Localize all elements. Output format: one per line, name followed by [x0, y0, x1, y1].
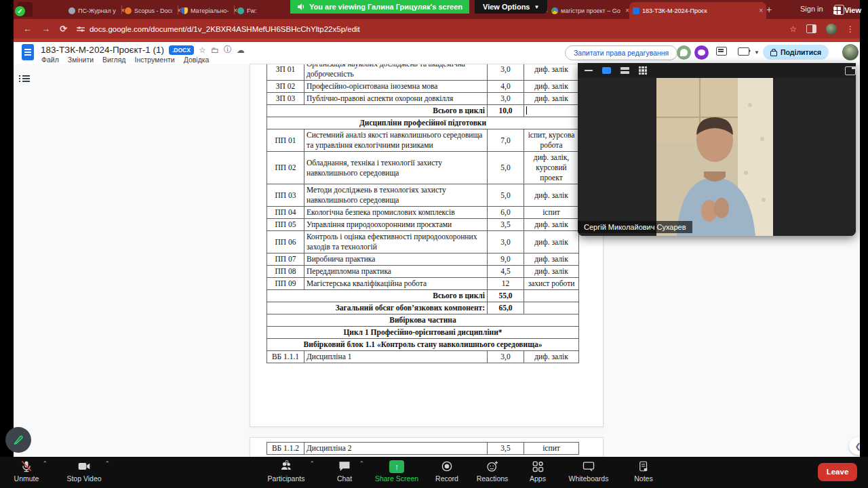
table-cell[interactable]: диф. залік	[524, 219, 579, 231]
table-cell[interactable]: ПП 09	[267, 278, 304, 290]
table-cell[interactable]: Методи досліджень в технологіях захисту …	[304, 184, 488, 207]
table-cell[interactable]: диф. залік, курсовий проект	[524, 152, 579, 184]
new-tab-button[interactable]: +	[766, 4, 772, 15]
table-cell[interactable]: 3,0	[488, 351, 524, 363]
meet-dropdown-icon[interactable]: ▼	[754, 49, 760, 56]
table-cell[interactable]: іспит, курсова робота	[524, 129, 579, 152]
side-panel-icon[interactable]	[806, 24, 816, 33]
bookmark-star-icon[interactable]: ☆	[789, 24, 797, 34]
table-cell[interactable]: Професійно-орієнтована іноземна мова	[304, 81, 488, 93]
star-icon[interactable]: ☆	[199, 45, 206, 55]
table-cell[interactable]: 3,5	[488, 219, 524, 231]
share-button[interactable]: Поділитися	[763, 45, 829, 60]
table-cell[interactable]: 12	[488, 278, 524, 290]
table-cell[interactable]: диф. залік	[524, 253, 579, 266]
table-cell[interactable]: Системний аналіз якості навколишнього се…	[304, 129, 488, 152]
toolbar-reactions-button[interactable]: Reactions	[467, 459, 517, 486]
table-cell[interactable]: ЗП 03	[267, 93, 304, 105]
url-field[interactable]: docs.google.com/document/d/1v_2KBXR4ASHM…	[77, 25, 360, 33]
google-docs-icon[interactable]	[22, 44, 34, 60]
table-cell[interactable]: Управління природоохоронними проєктами	[304, 219, 488, 231]
gallery-view-icon[interactable]	[639, 66, 647, 75]
table-cell[interactable]: 7,0	[488, 129, 524, 152]
table-cell[interactable]: 4,0	[488, 81, 524, 93]
table-cell[interactable]: ПП 07	[267, 253, 304, 266]
table-cell[interactable]	[524, 105, 579, 117]
toolbar-whiteboards-button[interactable]: Whiteboards	[557, 459, 620, 486]
table-cell[interactable]: диф. залік	[524, 351, 579, 363]
table-cell[interactable]: Публічно-правові аспекти охорони довкілл…	[304, 93, 488, 105]
table-cell[interactable]	[524, 302, 579, 314]
table-cell[interactable]: іспит	[524, 443, 579, 455]
table-cell[interactable]: ВБ 1.1.1	[267, 351, 304, 363]
strip-view-icon[interactable]	[620, 67, 629, 74]
speaker-view-icon[interactable]	[602, 67, 611, 74]
forward-icon[interactable]: →	[41, 24, 50, 34]
toolbar-share-screen-button[interactable]: ↑Share Screen	[368, 459, 425, 486]
move-folder-icon[interactable]: 🗀	[211, 45, 219, 55]
table-cell[interactable]: Екологічна безпека промислових комплексі…	[304, 207, 488, 219]
table-cell[interactable]: диф. залік	[524, 64, 579, 81]
menu-3[interactable]: Інструменти	[134, 56, 174, 64]
table-cell[interactable]: Переддипломна практика	[304, 266, 488, 278]
table-cell[interactable]: диф. залік	[524, 231, 579, 253]
table-cell[interactable]: іспит	[524, 207, 579, 219]
table-cell[interactable]: 3,0	[488, 93, 524, 105]
table-cell[interactable]: ЗП 01	[267, 64, 304, 81]
table-cell[interactable]: 3,0	[488, 231, 524, 253]
table-cell[interactable]: ЗП 02	[267, 81, 304, 93]
browser-tab[interactable]: Матеріально-технічне за×	[178, 2, 241, 19]
hide-side-panel-button[interactable]: ❮	[849, 437, 860, 455]
table-cell[interactable]: Виробнича практика	[304, 253, 488, 266]
table-cell[interactable]: Контроль і оцінка ефективності природоох…	[304, 231, 488, 253]
browser-menu-icon[interactable]: ⋮	[846, 24, 854, 34]
table-cell[interactable]: диф. залік	[524, 93, 579, 105]
table-cell[interactable]: ПП 08	[267, 266, 304, 278]
view-options-button[interactable]: View Options ▼	[475, 0, 547, 14]
zoom-view-button[interactable]: View	[829, 3, 865, 17]
pop-out-icon[interactable]	[845, 66, 856, 75]
table-cell[interactable]: Загальний обсяг обов’язкових компонент:	[267, 302, 488, 314]
cloud-status-icon[interactable]: ☁	[237, 45, 245, 55]
chevron-up-icon[interactable]: ⌃	[309, 460, 315, 467]
table-cell[interactable]: Дисципліни професійної підготовки	[267, 117, 579, 129]
table-cell[interactable]: ПП 03	[267, 184, 304, 207]
table-cell[interactable]: ПП 05	[267, 219, 304, 231]
table-cell[interactable]: Організація наукових досліджень та акаде…	[304, 64, 488, 81]
toolbar-stop-video-button[interactable]: Stop Video⌃	[58, 459, 110, 486]
menu-2[interactable]: Вигляд	[102, 56, 125, 64]
toolbar-record-button[interactable]: Record	[422, 459, 471, 486]
table-cell[interactable]: Вибіркова частина	[267, 314, 579, 327]
document-title[interactable]: 183-ТЗК-М-2024-Проєкт-1 (1)	[41, 45, 164, 55]
chevron-up-icon[interactable]: ⌃	[104, 460, 110, 467]
browser-tab[interactable]: магістри проект – Googl×	[548, 2, 633, 19]
extension-icon[interactable]	[694, 45, 709, 60]
table-cell[interactable]: 5,0	[488, 184, 524, 207]
table-cell[interactable]: 10,0	[488, 105, 524, 117]
tab-close-icon[interactable]: ×	[757, 7, 763, 14]
toolbar-chat-button[interactable]: Chat⌃	[325, 459, 364, 486]
table-cell[interactable]: захист роботи	[524, 278, 579, 290]
chevron-up-icon[interactable]: ⌃	[359, 460, 364, 467]
table-cell[interactable]: 55,0	[488, 290, 524, 302]
table-cell[interactable]: ПП 02	[267, 152, 304, 184]
table-cell[interactable]	[524, 290, 579, 302]
sign-in-link[interactable]: Sign in	[800, 5, 823, 13]
outline-icon[interactable]	[19, 74, 30, 83]
account-avatar[interactable]	[842, 44, 859, 60]
table-cell[interactable]: диф. залік	[524, 266, 579, 278]
table-cell[interactable]: диф. залік	[524, 184, 579, 207]
tab-close-icon[interactable]: ×	[623, 7, 629, 14]
toolbar-participants-button[interactable]: 9Participants⌃	[258, 459, 315, 486]
browser-tab[interactable]: Fw:×	[234, 2, 297, 19]
comments-icon[interactable]	[716, 47, 727, 56]
table-cell[interactable]: ВБ 1.1.2	[267, 443, 304, 455]
browser-profile-avatar[interactable]	[826, 24, 837, 35]
request-edit-button[interactable]: Запитати права редагування	[565, 45, 677, 60]
table-cell[interactable]: Всього в циклі	[267, 290, 488, 302]
table-cell[interactable]: 3,0	[488, 64, 524, 81]
table-cell[interactable]: 6,0	[488, 207, 524, 219]
table-cell[interactable]: ПП 01	[267, 129, 304, 152]
minimize-icon[interactable]	[585, 70, 593, 71]
back-icon[interactable]: ←	[23, 24, 32, 34]
